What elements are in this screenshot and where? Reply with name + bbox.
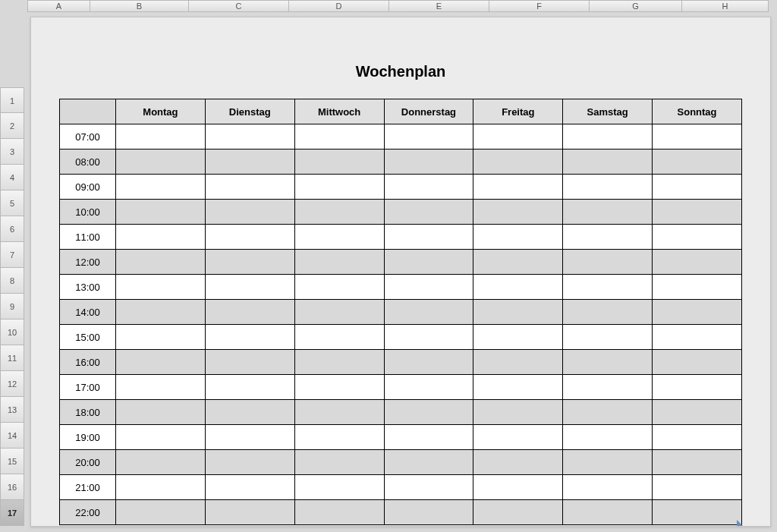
column-header-a[interactable]: A <box>27 0 90 12</box>
time-label[interactable]: 22:00 <box>60 500 116 525</box>
plan-cell[interactable] <box>294 500 384 525</box>
plan-cell[interactable] <box>563 450 653 475</box>
plan-cell[interactable] <box>384 200 473 225</box>
plan-cell[interactable] <box>563 150 653 175</box>
plan-cell[interactable] <box>384 124 473 150</box>
plan-cell[interactable] <box>116 350 206 375</box>
plan-cell[interactable] <box>473 175 563 200</box>
plan-cell[interactable] <box>653 150 742 175</box>
plan-cell[interactable] <box>294 425 384 450</box>
row-header-16[interactable]: 16 <box>0 474 24 500</box>
plan-cell[interactable] <box>384 300 473 325</box>
plan-cell[interactable] <box>473 375 563 400</box>
row-header-13[interactable]: 13 <box>0 397 24 423</box>
plan-cell[interactable] <box>116 225 206 250</box>
plan-cell[interactable] <box>473 350 563 375</box>
plan-cell[interactable] <box>473 475 563 500</box>
plan-cell[interactable] <box>563 250 653 275</box>
row-header-17[interactable]: 17 <box>0 500 24 526</box>
plan-cell[interactable] <box>563 175 653 200</box>
plan-cell[interactable] <box>205 350 294 375</box>
plan-cell[interactable] <box>563 350 653 375</box>
plan-cell[interactable] <box>116 150 206 175</box>
time-label[interactable]: 18:00 <box>60 400 116 425</box>
plan-cell[interactable] <box>653 350 742 375</box>
plan-corner-cell[interactable] <box>60 99 116 124</box>
plan-cell[interactable] <box>563 400 653 425</box>
plan-cell[interactable] <box>205 150 294 175</box>
plan-cell[interactable] <box>294 150 384 175</box>
row-header-15[interactable]: 15 <box>0 449 24 474</box>
plan-cell[interactable] <box>294 350 384 375</box>
time-label[interactable]: 11:00 <box>60 225 116 250</box>
plan-cell[interactable] <box>473 325 563 350</box>
plan-cell[interactable] <box>653 500 742 525</box>
plan-cell[interactable] <box>563 425 653 450</box>
column-header-h[interactable]: H <box>682 0 769 12</box>
plan-cell[interactable] <box>653 475 742 500</box>
time-label[interactable]: 19:00 <box>60 425 116 450</box>
plan-cell[interactable] <box>653 225 742 250</box>
day-header[interactable]: Montag <box>116 99 206 124</box>
plan-cell[interactable] <box>563 375 653 400</box>
plan-cell[interactable] <box>205 225 294 250</box>
plan-cell[interactable] <box>563 475 653 500</box>
day-header[interactable]: Freitag <box>473 99 563 124</box>
row-header-9[interactable]: 9 <box>0 294 24 320</box>
plan-cell[interactable] <box>116 300 206 325</box>
plan-cell[interactable] <box>653 250 742 275</box>
plan-cell[interactable] <box>384 375 473 400</box>
day-header[interactable]: Dienstag <box>205 99 294 124</box>
time-label[interactable]: 17:00 <box>60 375 116 400</box>
column-header-d[interactable]: D <box>289 0 389 12</box>
plan-cell[interactable] <box>384 350 473 375</box>
row-header-1[interactable]: 1 <box>0 87 24 113</box>
plan-cell[interactable] <box>473 300 563 325</box>
column-header-f[interactable]: F <box>489 0 590 12</box>
time-label[interactable]: 09:00 <box>60 175 116 200</box>
plan-cell[interactable] <box>116 400 206 425</box>
plan-cell[interactable] <box>116 475 206 500</box>
row-header-12[interactable]: 12 <box>0 371 24 397</box>
plan-cell[interactable] <box>205 300 294 325</box>
plan-cell[interactable] <box>294 200 384 225</box>
plan-cell[interactable] <box>384 175 473 200</box>
column-header-g[interactable]: G <box>590 0 682 12</box>
row-header-14[interactable]: 14 <box>0 423 24 449</box>
plan-cell[interactable] <box>653 400 742 425</box>
plan-cell[interactable] <box>384 250 473 275</box>
plan-cell[interactable] <box>116 275 206 300</box>
plan-cell[interactable] <box>294 450 384 475</box>
row-header-4[interactable]: 4 <box>0 165 24 190</box>
plan-cell[interactable] <box>473 124 563 150</box>
plan-cell[interactable] <box>205 275 294 300</box>
column-header-c[interactable]: C <box>189 0 289 12</box>
plan-cell[interactable] <box>384 325 473 350</box>
plan-cell[interactable] <box>116 175 206 200</box>
plan-cell[interactable] <box>653 124 742 150</box>
plan-cell[interactable] <box>205 475 294 500</box>
plan-cell[interactable] <box>384 450 473 475</box>
time-label[interactable]: 20:00 <box>60 450 116 475</box>
plan-cell[interactable] <box>116 425 206 450</box>
time-label[interactable]: 14:00 <box>60 300 116 325</box>
plan-cell[interactable] <box>205 375 294 400</box>
plan-cell[interactable] <box>205 425 294 450</box>
plan-cell[interactable] <box>473 200 563 225</box>
plan-cell[interactable] <box>473 225 563 250</box>
plan-cell[interactable] <box>653 375 742 400</box>
plan-cell[interactable] <box>116 450 206 475</box>
time-label[interactable]: 15:00 <box>60 325 116 350</box>
row-header-11[interactable]: 11 <box>0 345 24 371</box>
plan-cell[interactable] <box>116 200 206 225</box>
plan-cell[interactable] <box>384 425 473 450</box>
plan-cell[interactable] <box>653 325 742 350</box>
plan-cell[interactable] <box>563 200 653 225</box>
time-label[interactable]: 16:00 <box>60 350 116 375</box>
plan-cell[interactable] <box>116 124 206 150</box>
day-header[interactable]: Donnerstag <box>384 99 473 124</box>
plan-cell[interactable] <box>473 150 563 175</box>
plan-cell[interactable] <box>384 275 473 300</box>
plan-cell[interactable] <box>653 450 742 475</box>
plan-cell[interactable] <box>563 225 653 250</box>
